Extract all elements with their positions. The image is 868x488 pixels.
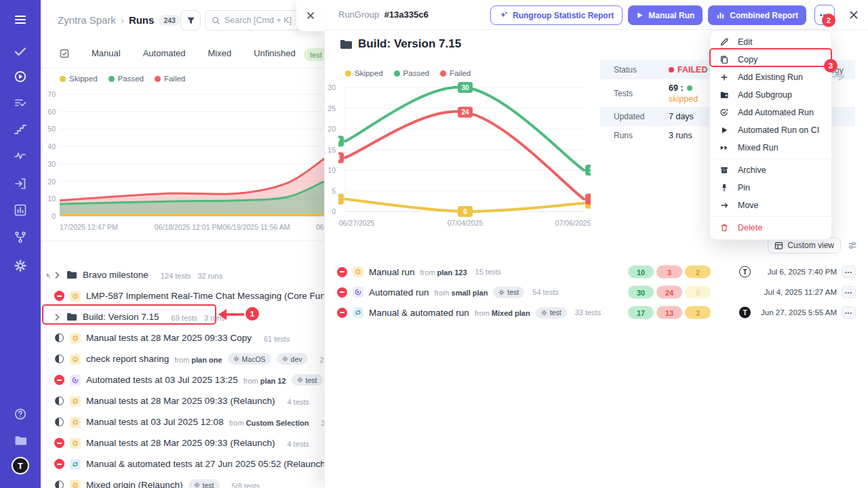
row-more-button[interactable]: •••	[842, 266, 856, 278]
menu-item-automated-run-on-ci[interactable]: Automated Run on CI	[710, 121, 831, 139]
group-run-row[interactable]: Automated runfromsmall plantest54 tests3…	[325, 282, 868, 302]
menu-item-label: Pin	[738, 183, 750, 192]
requirements-signin-icon[interactable]	[12, 175, 29, 192]
menu-item-mixed-run[interactable]: Mixed Run	[710, 139, 831, 157]
menu-item-add-subgroup[interactable]: Add Subgroup	[710, 86, 831, 104]
tab-mixed[interactable]: Mixed	[208, 48, 232, 58]
y-tick: 60	[41, 108, 56, 116]
tests-check-icon[interactable]	[12, 43, 29, 60]
skipped-pill: 3	[685, 306, 711, 319]
filter-button[interactable]	[180, 10, 201, 30]
run-title: check report sharing	[86, 354, 169, 364]
run-list-item[interactable]: Build: Version 7.1569 tests3 runs	[41, 306, 324, 327]
activity-pulse-icon[interactable]	[12, 147, 29, 165]
tag-chip[interactable]: test	[536, 307, 567, 319]
reports-barchart-icon[interactable]	[12, 201, 29, 219]
milestones-steps-icon[interactable]	[12, 121, 29, 138]
tag-chip[interactable]: test	[292, 374, 323, 386]
run-list-item[interactable]: Manual tests at 28 Mar 2025 09:33 (Relau…	[41, 432, 324, 453]
tab-chip-test[interactable]: test	[304, 48, 324, 61]
run-list-item[interactable]: Manual & automated tests at 27 Jun 2025 …	[41, 453, 324, 474]
run-list-item[interactable]: Automated tests at 03 Jul 2025 13:25from…	[41, 369, 324, 390]
tag-chip[interactable]: test	[189, 479, 220, 488]
rungroup-id: #13a335c6	[384, 9, 429, 20]
breadcrumb-project[interactable]: Zyntra Spark	[58, 14, 116, 26]
menu-item-copy[interactable]: Copy	[710, 51, 831, 68]
run-list-item[interactable]: Bravo milestone124 tests32 runs	[41, 264, 324, 285]
svg-text:17: 17	[338, 138, 340, 145]
menu-item-archive[interactable]: Archive	[710, 161, 831, 179]
menu-item-pin[interactable]: Pin	[710, 179, 831, 197]
arrow-right-icon	[719, 201, 729, 210]
run-list-item[interactable]: Mixed origin (Relaunch)test5/8 tests	[41, 474, 324, 488]
search-input[interactable]	[224, 16, 306, 25]
svg-text:0: 0	[463, 208, 467, 216]
tag-chip[interactable]: dev	[277, 353, 308, 365]
menu-item-label: Add Automated Run	[738, 108, 814, 117]
chevron-right-icon[interactable]	[54, 313, 61, 321]
gear-icon	[233, 356, 239, 362]
run-source-plan: small plan	[452, 289, 488, 297]
help-icon[interactable]	[12, 405, 29, 423]
annotation-step-3: 3	[824, 59, 837, 73]
group-title: Build: Version 7.15	[340, 37, 461, 51]
settings-gear-icon[interactable]	[12, 257, 29, 274]
failed-status-icon	[337, 267, 347, 277]
rungroup-statistic-report-button[interactable]: Rungroup Statistic Report	[490, 5, 623, 25]
legend-item: Skipped	[345, 69, 383, 77]
menu-item-move[interactable]: Move	[710, 197, 831, 214]
point-label: 3	[338, 194, 344, 205]
run-date: Jul 4, 2025 11:27 AM	[764, 288, 837, 296]
tag-chip[interactable]: test	[493, 287, 524, 298]
result-pills: 30240	[628, 286, 711, 299]
menu-item-edit[interactable]: Edit	[710, 33, 831, 51]
plans-list-check-icon[interactable]	[12, 94, 29, 112]
group-run-row[interactable]: Manual & automated runfromMixed plantest…	[325, 302, 868, 323]
failed-status-icon	[54, 375, 64, 385]
play-icon	[719, 125, 729, 135]
row-more-button[interactable]: •••	[842, 286, 856, 298]
breadcrumb-section: Runs	[129, 14, 155, 26]
svg-text:10: 10	[589, 167, 591, 174]
menu-item-delete[interactable]: Delete	[710, 219, 831, 237]
combined-report-button[interactable]: Combined Report	[708, 5, 806, 25]
y-tick: 40	[41, 142, 56, 150]
menu-icon[interactable]	[12, 11, 29, 28]
tag-chip[interactable]: MacOS	[228, 353, 271, 365]
svg-text:30: 30	[461, 84, 469, 92]
menu-item-add-automated-run[interactable]: Add Automated Run	[710, 104, 831, 121]
traceability-branch-icon[interactable]	[12, 228, 29, 246]
menu-item-add-existing-run[interactable]: Add Existing Run	[710, 68, 831, 86]
point-label: 17	[338, 136, 344, 146]
x-tick: 06/19/2025 11:56 AM	[222, 223, 290, 231]
run-list-item[interactable]: check report sharingfromplan oneMacOSdev…	[41, 348, 324, 369]
run-list-item[interactable]: LMP-587 Implement Real-Time Chat Messagi…	[41, 285, 324, 306]
runs-history-chart: SkippedPassedFailed 010203040506070 17/2…	[41, 68, 324, 241]
run-list-item[interactable]: Manual tests at 03 Jul 2025 12:08fromCus…	[41, 411, 324, 432]
failed-pill: 3	[656, 266, 682, 279]
projects-folder-icon[interactable]	[12, 432, 29, 449]
passed-dot	[687, 85, 692, 91]
chevron-right-icon[interactable]	[54, 271, 61, 279]
group-run-row[interactable]: Manual runfromplan 12315 tests1032TJul 6…	[325, 262, 868, 282]
run-date: Jul 6, 2025 7:40 PM	[768, 268, 837, 276]
tab-manual[interactable]: Manual	[92, 48, 121, 58]
assignee-avatar[interactable]: T	[739, 266, 751, 278]
in-progress-status-icon	[55, 354, 64, 363]
run-list-item[interactable]: Manual tests at 28 Mar 2025 09:33 (Relau…	[41, 390, 324, 411]
row-more-button[interactable]: •••	[842, 306, 856, 319]
assignee-avatar[interactable]: T	[739, 307, 751, 319]
rungroup-label: RunGroup	[338, 9, 379, 20]
user-avatar[interactable]: T	[12, 457, 29, 474]
view-settings-sliders-icon[interactable]	[848, 241, 857, 250]
annotation-step-1: 1	[245, 307, 259, 321]
select-runs-icon[interactable]	[60, 49, 69, 58]
drawer-close-left-button[interactable]	[296, 0, 325, 31]
menu-item-label: Archive	[738, 165, 766, 175]
runs-play-icon[interactable]	[12, 68, 29, 85]
run-list-item[interactable]: Manual tests at 28 Mar 2025 09:33 Copy61…	[41, 327, 324, 348]
drawer-close-button[interactable]	[848, 9, 859, 20]
manual-run-button[interactable]: Manual Run	[628, 5, 703, 25]
tab-automated[interactable]: Automated	[143, 48, 186, 58]
tab-unfinished[interactable]: Unfinished	[254, 48, 295, 58]
